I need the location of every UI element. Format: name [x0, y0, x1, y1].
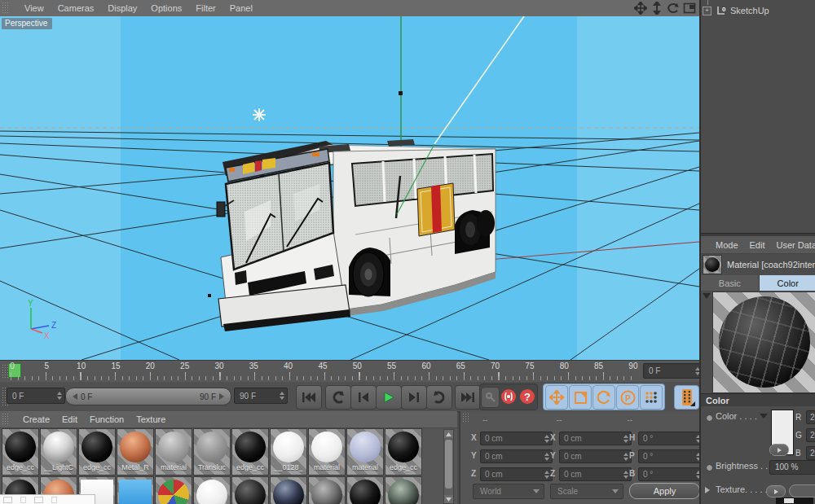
material-item[interactable]: edge_cc — [78, 428, 116, 476]
transform-mode-dropdown[interactable]: Scale — [550, 484, 623, 499]
play-forwards-button[interactable] — [426, 385, 452, 410]
stepper-icon[interactable] — [623, 435, 628, 443]
autokey-button[interactable] — [500, 387, 517, 406]
stepper-icon[interactable] — [544, 453, 549, 461]
range-left-arrow-icon[interactable] — [73, 393, 77, 400]
channel-value-field[interactable]: 208 — [806, 428, 815, 442]
menu-function[interactable]: Function — [90, 414, 124, 424]
menu-filter[interactable]: Filter — [196, 3, 215, 13]
channel-value-field[interactable]: 208 — [806, 410, 815, 424]
coordinate-system-button[interactable]: P — [616, 385, 639, 410]
rotate-tool-button[interactable] — [593, 385, 615, 410]
play-button[interactable] — [376, 385, 402, 410]
material-thumbnail[interactable] — [703, 255, 722, 274]
material-item[interactable] — [155, 476, 192, 504]
preview-expander-icon[interactable] — [703, 293, 711, 299]
apply-button[interactable]: Apply — [629, 483, 700, 499]
coord-value-field[interactable]: 0 ° — [638, 467, 704, 481]
channel-value-field[interactable]: 208 — [806, 446, 815, 460]
frame-range-slider[interactable]: 0 F 90 F — [65, 388, 231, 405]
goto-start-button[interactable] — [296, 385, 322, 410]
material-item[interactable] — [270, 476, 307, 504]
material-item[interactable] — [231, 476, 269, 504]
material-item[interactable]: Transluc — [193, 428, 231, 476]
menu-mode[interactable]: Mode — [716, 240, 738, 250]
stepper-icon[interactable] — [623, 453, 628, 461]
coord-value-field[interactable]: 0 cm — [480, 467, 553, 481]
toggle-view-icon[interactable] — [683, 2, 696, 15]
coordinate-space-dropdown[interactable]: World — [473, 484, 544, 499]
perspective-viewport[interactable]: Y Z X Perspective — [0, 16, 699, 361]
start-frame-field[interactable]: 0 F — [7, 388, 65, 404]
color-section-header[interactable]: Color — [701, 393, 815, 406]
stepper-icon[interactable] — [57, 392, 62, 400]
menu-options[interactable]: Options — [151, 3, 182, 13]
material-item[interactable]: material — [155, 428, 192, 476]
material-item[interactable]: edge_cc — [231, 428, 269, 476]
record-keyframe-button[interactable] — [481, 387, 500, 408]
coord-value-field[interactable]: 0 cm — [559, 432, 632, 445]
step-back-button[interactable] — [350, 385, 377, 410]
material-item[interactable] — [346, 476, 384, 504]
texture-field[interactable] — [789, 484, 815, 497]
menu-user-data[interactable]: User Data — [777, 240, 815, 250]
color-picker-button[interactable] — [769, 444, 789, 456]
material-item[interactable] — [193, 476, 231, 504]
texture-expand-icon[interactable] — [705, 487, 710, 493]
stepper-icon[interactable] — [544, 471, 549, 479]
material-scrollbar[interactable] — [443, 429, 454, 504]
menu-cameras[interactable]: Cameras — [58, 3, 95, 13]
color-enable-dot[interactable] — [706, 414, 713, 422]
material-preview[interactable] — [712, 291, 815, 393]
menu-create[interactable]: Create — [23, 414, 50, 424]
object-item-sketchup[interactable]: + 0 SketchUp — [703, 5, 769, 16]
scale-tool-button[interactable] — [569, 385, 592, 410]
brightness-enable-dot[interactable] — [706, 464, 713, 471]
material-item[interactable]: edge_cc — [2, 428, 39, 476]
end-frame-field[interactable]: 90 F — [234, 388, 288, 404]
viewport-label[interactable]: Perspective — [2, 18, 52, 29]
current-frame-field[interactable]: 0 F — [643, 363, 703, 379]
texture-browse-button[interactable] — [766, 485, 786, 497]
stepper-icon[interactable] — [280, 392, 284, 400]
scroll-up-icon[interactable] — [444, 430, 453, 438]
menu-view[interactable]: View — [24, 3, 44, 13]
material-item[interactable]: edge_cc — [385, 428, 422, 476]
coord-value-field[interactable]: 0 ° — [638, 449, 704, 463]
material-item[interactable]: __LightC — [40, 428, 77, 476]
menu-attr-edit[interactable]: Edit — [750, 240, 765, 250]
menu-edit[interactable]: Edit — [62, 414, 77, 424]
material-item[interactable]: __0128_ — [270, 428, 307, 476]
goto-end-button[interactable] — [455, 385, 481, 410]
stepper-icon[interactable] — [544, 435, 549, 443]
range-right-arrow-icon[interactable] — [219, 393, 224, 400]
material-item[interactable] — [117, 476, 154, 504]
material-item[interactable]: material — [308, 428, 346, 476]
attribute-tab[interactable]: Color — [760, 275, 815, 291]
material-item[interactable] — [308, 476, 346, 504]
material-item[interactable]: Metal_R — [117, 428, 154, 476]
move-tool-button[interactable] — [545, 385, 568, 410]
coord-value-field[interactable]: 0 ° — [638, 432, 704, 445]
color-expand-icon[interactable] — [760, 414, 768, 419]
stepper-icon[interactable] — [623, 471, 628, 479]
coord-value-field[interactable]: 0 cm — [559, 467, 632, 481]
orbit-icon[interactable] — [667, 2, 680, 15]
material-item[interactable] — [385, 476, 422, 504]
scrollbar-thumb[interactable] — [445, 440, 452, 489]
brightness-field[interactable]: 100 % — [769, 460, 815, 475]
timeline-ruler[interactable]: 051015202530354045505560657075808590 0 F — [0, 361, 699, 383]
menubar-grip[interactable] — [2, 2, 9, 15]
scroll-down-icon[interactable] — [444, 495, 453, 503]
menu-texture[interactable]: Texture — [136, 414, 165, 424]
coordinates-grip[interactable] — [462, 413, 469, 423]
menu-display[interactable]: Display — [108, 3, 137, 13]
material-menubar-grip[interactable] — [2, 413, 9, 424]
coord-value-field[interactable]: 0 cm — [480, 449, 553, 463]
play-backwards-button[interactable] — [325, 385, 351, 410]
animation-palette-button[interactable] — [674, 385, 699, 410]
pan-icon[interactable] — [634, 2, 647, 15]
expand-icon[interactable]: + — [703, 7, 711, 15]
material-item[interactable]: material — [346, 428, 384, 476]
dolly-icon[interactable] — [650, 2, 663, 15]
